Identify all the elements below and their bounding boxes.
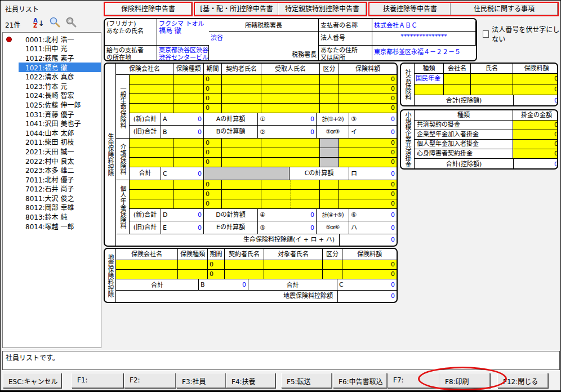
sort-az-icon[interactable]: AZ ↓ xyxy=(33,18,44,28)
category-cell[interactable] xyxy=(320,94,339,103)
f5-button[interactable]: F5:転送 xyxy=(281,373,332,388)
company-name-cell[interactable] xyxy=(130,94,173,103)
premium-amount-cell[interactable]: 0 xyxy=(339,75,397,84)
employee-list-item[interactable]: 2023:本多 雄二 xyxy=(3,165,101,175)
contractor-name-cell[interactable] xyxy=(225,270,264,279)
insurance-type-cell[interactable] xyxy=(173,139,204,148)
employee-list-item[interactable]: 2021:天田 誠一 xyxy=(3,146,101,156)
contractor-name-cell[interactable] xyxy=(222,180,261,189)
your-address-value[interactable]: 東京都杉並区永福４－２２－５ xyxy=(372,46,476,60)
premium-amount-cell[interactable]: 0 xyxy=(339,158,397,167)
f12-button[interactable]: F12:閉じる xyxy=(497,373,548,388)
period-cell[interactable]: 0 xyxy=(208,260,225,269)
company-name-cell[interactable] xyxy=(116,260,178,269)
social-amount-cell[interactable]: 0 xyxy=(513,84,558,95)
employee-listbox[interactable]: 0001:北村 浩一1011:田中 光1012:萩尾 素子1021:福島 徹10… xyxy=(2,32,101,348)
category-cell[interactable] xyxy=(320,199,339,208)
period-cell[interactable]: 0 xyxy=(204,190,222,199)
contractor-name-cell[interactable] xyxy=(222,104,261,113)
recipient-name-cell[interactable] xyxy=(261,84,320,93)
employee-list-item[interactable]: 8013:鈴木 純 xyxy=(3,212,101,221)
target-person-cell[interactable] xyxy=(264,270,323,279)
recipient-name-cell[interactable] xyxy=(261,94,320,103)
employee-list-item[interactable]: 2011:柴田 初枝 xyxy=(3,137,101,147)
target-person-cell[interactable] xyxy=(264,260,323,269)
f3-button[interactable]: F3:社員 xyxy=(176,373,226,388)
payer-address-value[interactable]: 東京都渋谷区渋谷１－２－３ 渋谷センタービル xyxy=(157,46,209,60)
company-name-cell[interactable] xyxy=(130,148,173,157)
premium-amount-cell[interactable]: 0 xyxy=(339,84,397,93)
insurance-type-cell[interactable] xyxy=(178,270,208,279)
insurance-type-cell[interactable] xyxy=(173,148,204,157)
period-cell[interactable]: 0 xyxy=(204,180,222,189)
your-name-value[interactable]: フクシマ トオル 福島 徹 xyxy=(157,19,209,46)
insurance-type-cell[interactable] xyxy=(173,158,204,167)
f6-button[interactable]: F6:申告書取込 xyxy=(333,373,387,388)
social-amount-cell[interactable]: 0 xyxy=(513,74,558,84)
company-name-cell[interactable] xyxy=(130,84,173,93)
recipient-name-cell[interactable] xyxy=(261,158,320,167)
premium-amount-cell[interactable]: 0 xyxy=(339,180,397,189)
f4-button[interactable]: F4:扶養 xyxy=(226,373,275,388)
f1-button[interactable]: F1: xyxy=(72,373,123,388)
employee-list-item[interactable]: 8011:大沢 俊之 xyxy=(3,193,101,203)
period-cell[interactable]: 0 xyxy=(204,199,222,208)
period-cell[interactable]: 0 xyxy=(204,139,222,148)
contractor-name-cell[interactable] xyxy=(222,199,261,208)
employee-list-item[interactable]: 1044:山本 太郎 xyxy=(3,128,101,137)
tab-specified-relative-deduction[interactable]: 特定親族特別控除申告書 xyxy=(278,3,366,15)
employee-list-item[interactable]: 1012:萩尾 素子 xyxy=(3,53,101,63)
social-person-cell[interactable] xyxy=(471,74,513,84)
recipient-name-cell[interactable] xyxy=(261,104,320,113)
premium-amount-cell[interactable]: 0 xyxy=(339,104,397,113)
tab-base-spouse-income-deduction[interactable]: [基・配・所]控除申告書 xyxy=(195,3,278,15)
employee-list-item[interactable]: 1025:佐藤 伸一郎 xyxy=(3,100,101,109)
company-name-cell[interactable] xyxy=(130,104,173,113)
mutual-amount-cell[interactable]: 0 xyxy=(513,121,558,130)
employee-list-item[interactable]: 1031:斉藤 優子 xyxy=(3,109,101,119)
insurance-type-cell[interactable] xyxy=(173,199,204,208)
company-name-cell[interactable] xyxy=(130,158,173,167)
social-company-cell[interactable] xyxy=(444,84,471,95)
category-cell[interactable] xyxy=(320,190,339,199)
search-icon[interactable] xyxy=(49,16,61,30)
tab-insurance-deduction[interactable]: 保険料控除申告書 xyxy=(105,3,192,15)
employee-list-item[interactable]: 7011:北村 優子 xyxy=(3,175,101,184)
employee-list-item[interactable]: 1021:福島 徹 xyxy=(3,63,101,72)
f8-button[interactable]: F8:印刷 xyxy=(439,373,490,388)
contractor-name-cell[interactable] xyxy=(222,139,261,148)
f7-button[interactable]: F7: xyxy=(388,373,439,388)
recipient-name-cell[interactable] xyxy=(261,190,320,199)
contractor-name-cell[interactable] xyxy=(222,158,261,167)
mutual-amount-cell[interactable]: 0 xyxy=(513,149,558,158)
social-person-cell[interactable] xyxy=(471,84,513,95)
employee-list-item[interactable]: 1022:清水 真彦 xyxy=(3,72,101,81)
employee-list-item[interactable]: 0001:北村 浩一 xyxy=(3,34,101,44)
tab-dependent-deduction[interactable]: 扶養控除等申告書 xyxy=(369,3,451,15)
category-cell[interactable] xyxy=(320,180,339,189)
premium-amount-cell[interactable]: 0 xyxy=(339,94,397,103)
employee-list-item[interactable]: 8012:岡部 幸雄 xyxy=(3,203,101,212)
company-name-cell[interactable] xyxy=(130,190,173,199)
tab-resident-tax[interactable]: 住民税に関する事項 xyxy=(451,3,558,15)
tax-office-value[interactable]: 渋谷 xyxy=(211,33,223,42)
insurance-type-cell[interactable] xyxy=(173,104,204,113)
employee-list-item[interactable]: 1023:竹本 元 xyxy=(3,81,101,91)
contractor-name-cell[interactable] xyxy=(222,75,261,84)
period-cell[interactable]: 0 xyxy=(204,148,222,157)
premium-amount-cell[interactable]: 0 xyxy=(339,199,397,208)
social-type-cell[interactable] xyxy=(415,84,444,95)
insurance-type-cell[interactable] xyxy=(173,190,204,199)
category-cell[interactable] xyxy=(323,260,342,269)
company-name-cell[interactable] xyxy=(116,270,178,279)
contractor-name-cell[interactable] xyxy=(225,260,264,269)
insurance-type-cell[interactable] xyxy=(173,75,204,84)
period-cell[interactable]: 0 xyxy=(204,75,222,84)
social-company-cell[interactable] xyxy=(444,74,471,84)
category-cell[interactable] xyxy=(320,75,339,84)
premium-amount-cell[interactable]: 0 xyxy=(339,148,397,157)
recipient-name-cell[interactable] xyxy=(261,75,320,84)
recipient-name-cell[interactable] xyxy=(261,139,320,148)
f2-button[interactable]: F2: xyxy=(124,373,176,388)
recipient-name-cell[interactable] xyxy=(261,199,320,208)
